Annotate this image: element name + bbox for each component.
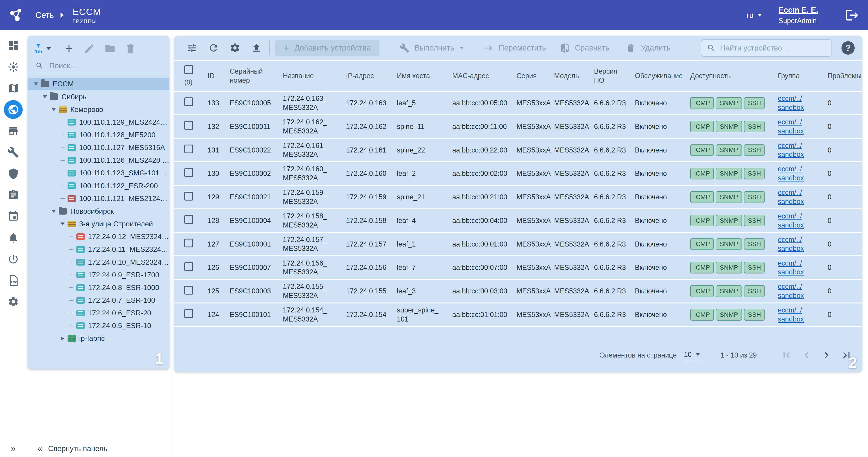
tree-item[interactable]: 172.24.0.9_ESR-1700 bbox=[28, 268, 169, 281]
tools-icon[interactable] bbox=[0, 141, 27, 163]
tree-item[interactable]: 100.110.1.123_SMG-101… bbox=[28, 167, 169, 179]
breadcrumb-network[interactable]: Сеть bbox=[35, 10, 54, 20]
devices-icon[interactable] bbox=[0, 120, 27, 141]
column-header-id[interactable]: ID bbox=[199, 61, 221, 91]
network-icon[interactable] bbox=[0, 99, 27, 120]
device-row[interactable]: 128ES9C100004172.24.0.158_​MES5332A172.2… bbox=[174, 209, 862, 232]
caret-closed-icon[interactable] bbox=[59, 335, 66, 342]
map-icon[interactable] bbox=[0, 77, 27, 99]
row-checkbox[interactable] bbox=[184, 215, 193, 224]
device-row[interactable]: 125ES9C100003172.24.0.155_​MES5332A172.2… bbox=[174, 280, 862, 303]
column-header-maintenance[interactable]: Обслуживание bbox=[626, 61, 681, 91]
row-checkbox[interactable] bbox=[184, 144, 193, 153]
tasks-icon[interactable] bbox=[0, 185, 27, 206]
device-search-input[interactable] bbox=[720, 44, 826, 52]
caret-open-icon[interactable] bbox=[59, 220, 66, 228]
calendar-icon[interactable] bbox=[0, 206, 27, 227]
upload-icon[interactable] bbox=[246, 38, 267, 58]
logs-icon[interactable]: LOG bbox=[0, 270, 27, 291]
device-row[interactable]: 126ES9C100007172.24.0.156_​MES5332A172.2… bbox=[174, 256, 862, 280]
settings-icon[interactable] bbox=[0, 291, 27, 313]
next-page-button[interactable] bbox=[819, 348, 834, 362]
tree-item[interactable]: ip-fabric bbox=[28, 332, 169, 345]
dashboard-icon[interactable] bbox=[0, 35, 27, 56]
group-link[interactable]: eccm/​../​sandbox bbox=[778, 212, 804, 229]
group-link[interactable]: eccm/​../​sandbox bbox=[778, 141, 804, 158]
column-header-firmware[interactable]: Версия ПО bbox=[585, 61, 626, 91]
tree-item[interactable]: 100.110.1.129_MES2424… bbox=[28, 116, 169, 128]
group-link[interactable]: eccm/​../​sandbox bbox=[778, 95, 804, 111]
group-link[interactable]: eccm/​../​sandbox bbox=[778, 236, 804, 252]
group-link[interactable]: eccm/​../​sandbox bbox=[778, 306, 804, 323]
group-link[interactable]: eccm/​../​sandbox bbox=[778, 165, 804, 182]
row-checkbox[interactable] bbox=[184, 121, 193, 130]
select-all-checkbox[interactable] bbox=[184, 65, 193, 74]
device-row[interactable]: 129ES9C100021172.24.0.159_​MES5332A172.2… bbox=[174, 185, 862, 209]
column-header-model[interactable]: Модель bbox=[545, 61, 585, 91]
columns-settings-icon[interactable] bbox=[182, 38, 202, 58]
tree-item[interactable]: Сибирь bbox=[28, 90, 169, 103]
expand-panel-button[interactable]: » bbox=[0, 444, 27, 454]
caret-open-icon[interactable] bbox=[50, 207, 58, 215]
group-link[interactable]: eccm/​../​sandbox bbox=[778, 118, 804, 135]
device-row[interactable]: 131ES9C100022172.24.0.161_​MES5332A172.2… bbox=[174, 138, 862, 162]
row-checkbox[interactable] bbox=[184, 238, 193, 248]
group-link[interactable]: eccm/​../​sandbox bbox=[778, 259, 804, 276]
user-name[interactable]: Eccm E. E. bbox=[779, 6, 818, 14]
alerts-icon[interactable] bbox=[0, 56, 27, 77]
tree-item[interactable]: Кемерово bbox=[28, 103, 169, 116]
tree-item[interactable]: 100.110.1.126_MES2428 … bbox=[28, 154, 169, 167]
security-icon[interactable] bbox=[0, 163, 27, 184]
tree-item[interactable]: Новосибирск bbox=[28, 205, 169, 218]
add-group-button[interactable] bbox=[59, 38, 79, 59]
row-checkbox[interactable] bbox=[184, 309, 193, 318]
column-header-name[interactable]: Название bbox=[274, 61, 337, 91]
tree-item[interactable]: 172.24.0.8_ESR-1000 bbox=[28, 281, 169, 294]
device-row[interactable]: 133ES9C100005172.24.0.163_​MES5332A172.2… bbox=[174, 91, 862, 115]
device-row[interactable]: 127ES9C100001172.24.0.157_​MES5332A172.2… bbox=[174, 232, 862, 256]
row-checkbox[interactable] bbox=[184, 168, 193, 177]
tree-item[interactable]: 172.24.0.7_ESR-100 bbox=[28, 294, 169, 306]
tree-item[interactable]: 100.110.1.121_MES2124… bbox=[28, 192, 169, 205]
row-checkbox[interactable] bbox=[184, 97, 193, 106]
row-checkbox[interactable] bbox=[184, 262, 193, 271]
row-checkbox[interactable] bbox=[184, 192, 193, 200]
tree-item[interactable]: 172.24.0.10_MES2324… bbox=[28, 256, 169, 268]
power-icon[interactable] bbox=[0, 248, 27, 270]
gear-icon[interactable] bbox=[225, 38, 245, 58]
items-per-page-select[interactable]: 10 bbox=[682, 349, 702, 361]
poll-interval-button[interactable]: 1m bbox=[34, 43, 51, 54]
column-header-problems[interactable]: Проблемы bbox=[819, 61, 862, 91]
help-button[interactable]: ? bbox=[841, 41, 855, 55]
device-row[interactable]: 124ES9C100101172.24.0.154_​MES5332A172.2… bbox=[174, 303, 862, 326]
language-selector[interactable]: ru bbox=[747, 11, 762, 20]
tree-item[interactable]: 172.24.0.11_MES2324… bbox=[28, 243, 169, 256]
tree-item[interactable]: 100.110.1.122_ESR-200 bbox=[28, 179, 169, 192]
logout-button[interactable] bbox=[845, 8, 859, 22]
tree-item[interactable]: 172.24.0.5_ESR-10 bbox=[28, 320, 169, 332]
caret-open-icon[interactable] bbox=[32, 80, 40, 88]
collapse-panel-button[interactable]: « Свернуть панель bbox=[38, 444, 107, 454]
column-header-ip[interactable]: IP-адрес bbox=[337, 61, 388, 91]
column-header-serial[interactable]: Серийный номер bbox=[221, 61, 274, 91]
caret-open-icon[interactable] bbox=[50, 106, 58, 113]
device-row[interactable]: 130ES9C100002172.24.0.160_​MES5332A172.2… bbox=[174, 162, 862, 185]
notifications-icon[interactable] bbox=[0, 227, 27, 248]
column-header-mac[interactable]: MAC-адрес bbox=[443, 61, 507, 91]
caret-open-icon[interactable] bbox=[41, 93, 49, 101]
tree-item[interactable]: 100.110.1.127_MES5316A bbox=[28, 141, 169, 154]
device-row[interactable]: 132ES9C100011172.24.0.162_​MES5332A172.2… bbox=[174, 115, 862, 138]
column-header-availability[interactable]: Доступность bbox=[681, 61, 769, 91]
tree-item[interactable]: 172.24.0.12_MES2324… bbox=[28, 230, 169, 243]
group-link[interactable]: eccm/​../​sandbox bbox=[778, 189, 804, 205]
column-header-series[interactable]: Серия bbox=[507, 61, 545, 91]
refresh-icon[interactable] bbox=[203, 38, 223, 58]
row-checkbox[interactable] bbox=[184, 286, 193, 295]
group-link[interactable]: eccm/​../​sandbox bbox=[778, 283, 804, 299]
tree-item[interactable]: ECCM bbox=[28, 78, 169, 90]
column-header-hostname[interactable]: Имя хоста bbox=[388, 61, 443, 91]
tree-item[interactable]: 3-я улица Строителей bbox=[28, 218, 169, 230]
group-search-input[interactable] bbox=[49, 61, 162, 70]
column-header-group[interactable]: Группа bbox=[769, 61, 819, 91]
user-menu[interactable]: Eccm E. E. SuperAdmin bbox=[779, 6, 818, 25]
